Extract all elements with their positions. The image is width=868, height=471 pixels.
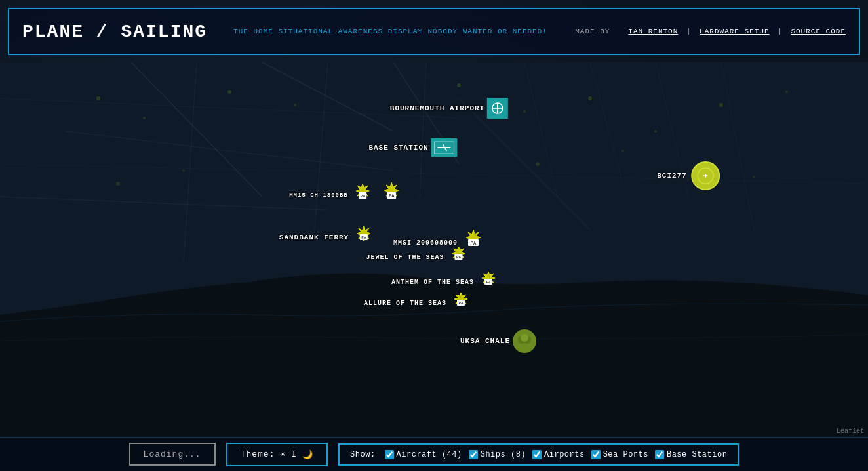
airport-icon bbox=[487, 98, 508, 119]
airports-label: Airports bbox=[544, 450, 585, 459]
uksa-chale-label: UKSA CHALE bbox=[460, 337, 510, 345]
svg-text:PA: PA bbox=[456, 255, 462, 260]
seaports-checkbox[interactable] bbox=[591, 450, 601, 459]
sandbank-ferry-label: SANDBANK FERRY bbox=[279, 234, 349, 241]
ships-label: Ships (8) bbox=[481, 450, 526, 459]
ships-checkbox[interactable] bbox=[469, 450, 478, 459]
cluster-label: MM15 CH 1300BB bbox=[289, 192, 348, 199]
svg-text:PA: PA bbox=[360, 194, 365, 199]
bournemouth-airport-label: BOURNEMOUTH AIRPORT bbox=[390, 104, 484, 112]
loading-button[interactable]: Loading... bbox=[129, 443, 216, 466]
credits-sep2: | bbox=[778, 28, 783, 35]
airports-checkbox[interactable] bbox=[532, 450, 542, 459]
sandbank-ferry-marker[interactable]: SANDBANK FERRY PA bbox=[279, 225, 376, 250]
theme-selector[interactable]: Theme: ☀ I 🌙 bbox=[226, 443, 328, 466]
svg-text:✈: ✈ bbox=[703, 171, 709, 181]
show-panel: Show: Aircraft (44) Ships (8) Airports S… bbox=[338, 443, 739, 466]
source-code-link[interactable]: SOURCE CODE bbox=[791, 28, 846, 35]
leaflet-credit: Leaflet bbox=[837, 428, 864, 435]
aircraft-icon: ✈ bbox=[691, 161, 720, 190]
bci277-label: BCI277 bbox=[657, 172, 687, 180]
anthem-seas-icon: PA bbox=[477, 270, 500, 294]
show-label: Show: bbox=[350, 450, 376, 459]
map: BOURNEMOUTH AIRPORT BASE STATION bbox=[0, 0, 868, 471]
theme-pipe: I bbox=[291, 449, 297, 459]
anthem-seas-label: ANTHEM OF THE SEAS bbox=[391, 279, 474, 286]
header: PLANE / SAILING THE HOME SITUATIONAL AWA… bbox=[8, 8, 860, 55]
theme-label: Theme: bbox=[241, 449, 275, 459]
app-tagline: THE HOME SITUATIONAL AWARENESS DISPLAY N… bbox=[233, 28, 572, 35]
svg-text:PA: PA bbox=[389, 194, 395, 199]
svg-point-62 bbox=[521, 334, 528, 342]
base-station-label: BASE STATION bbox=[368, 144, 428, 152]
base-station-icon bbox=[431, 138, 458, 157]
allure-seas-label: ALLURE OF THE SEAS bbox=[364, 300, 446, 307]
airports-toggle[interactable]: Airports bbox=[532, 450, 585, 459]
tree-icon bbox=[513, 329, 536, 353]
ship-spiky-1: PA bbox=[349, 182, 376, 209]
seaports-toggle[interactable]: Sea Ports bbox=[591, 450, 648, 459]
svg-text:PA: PA bbox=[458, 301, 464, 306]
allure-seas-icon: PA bbox=[449, 291, 473, 315]
jewel-seas-marker[interactable]: JEWEL OF THE SEAS PA bbox=[366, 245, 470, 269]
basestation-toggle[interactable]: Base Station bbox=[655, 450, 727, 459]
svg-text:PA: PA bbox=[362, 236, 367, 240]
ship-cluster-marker[interactable]: MM15 CH 1300BB PA PA bbox=[289, 181, 406, 210]
aircraft-bci277-marker[interactable]: BCI277 ✈ bbox=[657, 161, 720, 190]
aircraft-label: Aircraft (44) bbox=[397, 450, 462, 459]
svg-text:PA: PA bbox=[471, 241, 477, 246]
theme-moon-icon: 🌙 bbox=[302, 449, 313, 460]
bournemouth-airport-marker[interactable]: BOURNEMOUTH AIRPORT bbox=[390, 98, 508, 119]
bottom-bar: Loading... Theme: ☀ I 🌙 Show: Aircraft (… bbox=[0, 437, 868, 471]
credits-prefix: MADE BY bbox=[575, 28, 610, 35]
app-title: PLANE / SAILING bbox=[22, 22, 207, 42]
credits: MADE BY IAN RENTON | HARDWARE SETUP | SO… bbox=[572, 28, 846, 35]
ship-spiky-2: PA bbox=[377, 181, 406, 210]
credits-author-link[interactable]: IAN RENTON bbox=[628, 28, 678, 35]
credits-sep1: | bbox=[686, 28, 692, 35]
aircraft-toggle[interactable]: Aircraft (44) bbox=[385, 450, 462, 459]
seaports-label: Sea Ports bbox=[603, 450, 648, 459]
jewel-seas-label: JEWEL OF THE SEAS bbox=[366, 254, 444, 261]
svg-text:PA: PA bbox=[486, 280, 491, 285]
anthem-seas-marker[interactable]: ANTHEM OF THE SEAS PA bbox=[391, 270, 500, 294]
ships-toggle[interactable]: Ships (8) bbox=[469, 450, 526, 459]
aircraft-checkbox[interactable] bbox=[385, 450, 394, 459]
basestation-checkbox[interactable] bbox=[655, 450, 664, 459]
uksa-chale-marker[interactable]: UKSA CHALE bbox=[460, 329, 536, 353]
base-station-marker[interactable]: BASE STATION bbox=[368, 138, 457, 157]
jewel-seas-icon: PA bbox=[447, 245, 471, 269]
theme-sun-icon: ☀ bbox=[280, 449, 286, 460]
basestation-label: Base Station bbox=[667, 450, 727, 459]
hardware-setup-link[interactable]: HARDWARE SETUP bbox=[700, 28, 769, 35]
allure-seas-marker[interactable]: ALLURE OF THE SEAS PA bbox=[364, 291, 473, 315]
